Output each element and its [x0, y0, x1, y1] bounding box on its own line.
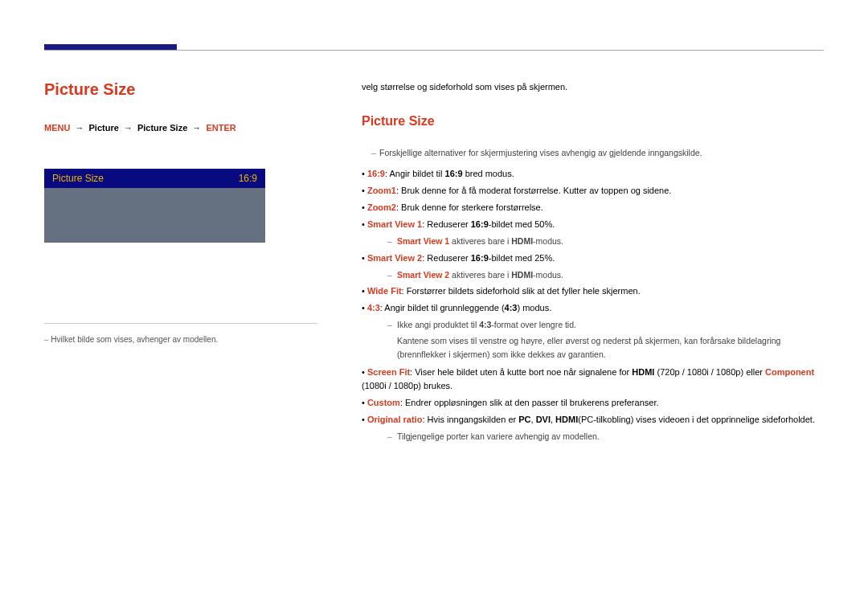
section-heading: Picture Size	[362, 112, 828, 132]
page-title: Picture Size	[44, 80, 317, 99]
breadcrumb-picture-size: Picture Size	[137, 123, 187, 133]
header-divider	[44, 50, 824, 51]
option-smartview1: • Smart View 1: Reduserer 16:9-bildet me…	[362, 218, 828, 231]
option-zoom2: • Zoom2: Bruk denne for sterkere forstør…	[362, 201, 828, 215]
ports-note: Tilgjengelige porter kan variere avhengi…	[387, 430, 828, 443]
option-16-9: • 16:9: Angir bildet til 16:9 bred modus…	[362, 167, 828, 181]
option-smartview1-note: Smart View 1 aktiveres bare i HDMI-modus…	[387, 235, 828, 247]
header-accent-bar	[44, 44, 177, 50]
left-column: Picture Size MENU → Picture → Picture Si…	[44, 80, 317, 344]
breadcrumb-picture: Picture	[89, 123, 119, 133]
option-smartview2: • Smart View 2: Reduserer 16:9-bildet me…	[362, 251, 828, 265]
option-zoom1: • Zoom1: Bruk denne for å få moderat for…	[362, 184, 828, 198]
osd-menu-label: Picture Size	[52, 173, 104, 184]
option-4-3-note-1: Ikke angi produktet til 4:3-format over …	[387, 318, 828, 331]
option-custom: • Custom: Endrer oppløsningen slik at de…	[362, 396, 828, 410]
option-original-ratio: • Original ratio: Hvis inngangskilden er…	[362, 413, 828, 427]
osd-menu-preview: Picture Size 16:9	[44, 169, 265, 243]
option-screenfit: • Screen Fit: Viser hele bildet uten å k…	[362, 366, 828, 393]
osd-menu-row: Picture Size 16:9	[44, 169, 265, 188]
option-widefit: • Wide Fit: Forstørrer bildets sideforho…	[362, 284, 828, 298]
breadcrumb: MENU → Picture → Picture Size → ENTER	[44, 123, 317, 133]
left-divider	[44, 323, 317, 324]
option-4-3: • 4:3: Angir bildet til grunnleggende (4…	[362, 301, 828, 315]
note-list: Forskjellige alternativer for skjermjust…	[362, 146, 828, 159]
breadcrumb-enter: ENTER	[206, 123, 235, 133]
osd-menu-value: 16:9	[239, 173, 257, 184]
note-item: Forskjellige alternativer for skjermjust…	[371, 146, 828, 159]
right-column: velg størrelse og sideforhold som vises …	[362, 80, 828, 446]
option-smartview2-note: Smart View 2 aktiveres bare i HDMI-modus…	[387, 268, 828, 281]
intro-text: velg størrelse og sideforhold som vises …	[362, 80, 828, 94]
option-4-3-note-2: Kantene som vises til venstre og høyre, …	[387, 334, 828, 361]
left-footnote: Hvilket bilde som vises, avhenger av mod…	[44, 335, 317, 344]
breadcrumb-menu: MENU	[44, 123, 70, 133]
